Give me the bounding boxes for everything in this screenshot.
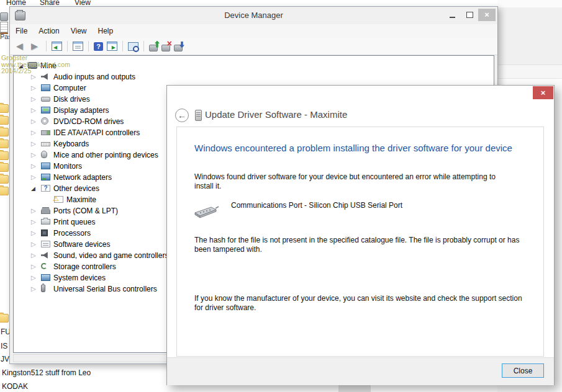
toolbar-console-tree-button[interactable] <box>52 42 62 51</box>
tree-item-label: Storage controllers <box>53 261 116 272</box>
serial-port-connector-icon <box>193 204 220 220</box>
back-button[interactable]: ← <box>175 109 189 122</box>
tree-expander-icon[interactable]: ▷ <box>31 138 36 149</box>
tree-expander-icon[interactable]: ▷ <box>31 239 36 250</box>
folder-label-is[interactable]: IS <box>1 342 7 350</box>
tree-item-label: Mice and other pointing devices <box>53 149 158 161</box>
mouse-icon <box>41 151 47 158</box>
computer-icon <box>41 84 50 91</box>
tree-item-label: Sound, video and game controllers <box>53 250 168 261</box>
dvd-icon <box>41 117 48 125</box>
monitor-icon <box>41 163 50 169</box>
tree-expander-icon[interactable]: ▷ <box>31 261 36 272</box>
toolbar-properties-button[interactable] <box>73 42 83 51</box>
toolbar-action-pane-button[interactable] <box>107 42 117 51</box>
toolbar-back-button[interactable] <box>16 42 27 51</box>
close-dialog-button[interactable]: Close <box>502 363 544 378</box>
tree-expander-icon[interactable]: ▷ <box>31 283 36 295</box>
folder-label-kingston512-stuff-from-leo[interactable]: Kingston512 stuff from Leo <box>2 368 91 377</box>
paste-button[interactable]: Pas <box>0 11 9 38</box>
folder-icon[interactable] <box>0 163 9 172</box>
device-manager-titlebar[interactable]: Device Manager × <box>10 7 497 24</box>
device-name: Communications Port - Silicon Chip USB S… <box>231 201 402 210</box>
toolbar-update-driver-button[interactable] <box>149 45 158 51</box>
tree-expander-icon[interactable]: ▷ <box>31 127 36 138</box>
tree-item-label: DVD/CD-ROM drives <box>53 116 124 127</box>
folder-icon[interactable] <box>0 140 9 148</box>
toolbar-help-button[interactable] <box>94 42 103 51</box>
tree-expander-icon[interactable]: ▷ <box>31 172 36 183</box>
dialog-content-panel: Windows encountered a problem installing… <box>176 127 544 357</box>
tree-item-label: Software devices <box>53 239 110 250</box>
tree-expander-icon[interactable]: ▷ <box>31 228 36 239</box>
tree-expander-icon[interactable]: ▷ <box>31 105 36 116</box>
tree-item-audio-inputs-and-outputs[interactable]: ▷Audio inputs and outputs <box>14 71 494 82</box>
disk-icon <box>41 97 50 102</box>
tree-item-label: Maximite <box>66 194 96 205</box>
driver-icon <box>195 110 202 121</box>
toolbar-separator <box>46 41 47 51</box>
tree-expander-icon[interactable]: ▷ <box>31 205 36 216</box>
close-window-button[interactable]: × <box>478 9 496 21</box>
menu-item-file[interactable]: File <box>10 24 33 38</box>
maximize-button[interactable] <box>461 9 478 21</box>
explorer-panel-band <box>497 7 562 65</box>
toolbar-forward-button[interactable] <box>30 42 41 51</box>
tree-expander-icon[interactable]: ▷ <box>31 94 36 105</box>
print-icon <box>41 219 50 225</box>
tree-item-label: Keyboards <box>53 138 89 149</box>
tree-item-label: Processors <box>53 228 91 239</box>
sound-icon <box>41 252 50 259</box>
tree-item-label: Monitors <box>53 161 82 172</box>
watermark: Grogster www.thebackshed.com 2014/2/25 <box>1 55 70 74</box>
dialog-title: Update Driver Software - Maximite <box>205 109 347 120</box>
processor-icon <box>41 229 48 236</box>
tree-item-label: Print queues <box>53 216 95 228</box>
dialog-close-icon[interactable]: × <box>533 86 553 99</box>
error-description: Windows found driver software for your d… <box>194 172 510 191</box>
error-heading: Windows encountered a problem installing… <box>194 143 512 153</box>
software-icon <box>41 241 50 247</box>
tree-expander-icon[interactable]: ▷ <box>31 149 36 161</box>
folder-label-jv[interactable]: JV <box>1 355 9 363</box>
minimize-button[interactable] <box>443 9 461 21</box>
support-hint: If you know the manufacturer of your dev… <box>194 294 525 313</box>
tree-expander-icon[interactable]: ▷ <box>31 216 36 228</box>
toolbar-scan-changes-button[interactable] <box>174 45 183 51</box>
display-icon <box>41 107 50 114</box>
folder-icon[interactable] <box>0 187 9 195</box>
system-icon <box>41 274 50 281</box>
toolbar-separator <box>88 41 89 51</box>
network-icon <box>41 174 50 180</box>
folder-icon[interactable] <box>0 151 9 160</box>
menu-item-help[interactable]: Help <box>93 24 119 38</box>
tree-item-mine[interactable]: ◢Mine <box>14 60 494 71</box>
storage-icon <box>41 263 47 269</box>
tree-item-label: Disk drives <box>53 94 90 105</box>
folder-icon[interactable] <box>0 104 9 113</box>
tree-expander-icon[interactable]: ◢ <box>31 183 35 194</box>
menu-item-action[interactable]: Action <box>33 24 65 38</box>
tree-expander-icon[interactable]: ▷ <box>31 82 36 94</box>
tree-expander-icon[interactable]: ▷ <box>31 161 36 172</box>
tree-expander-icon[interactable]: ▷ <box>31 116 36 127</box>
folder-icon[interactable] <box>0 116 9 125</box>
toolbar-uninstall-button[interactable] <box>161 45 170 51</box>
document-icon <box>0 22 8 34</box>
toolbar-separator <box>67 41 68 51</box>
folder-icon[interactable] <box>0 314 9 323</box>
error-detail: The hash for the file is not present in … <box>194 236 535 254</box>
folder-icon[interactable] <box>0 128 9 136</box>
keyboard-icon <box>41 142 50 146</box>
audio-icon <box>41 73 50 80</box>
tree-expander-icon[interactable]: ▷ <box>31 272 36 283</box>
tree-item-label: Display adapters <box>53 105 109 116</box>
tree-expander-icon[interactable]: ▷ <box>31 250 36 261</box>
folder-icon[interactable] <box>0 175 9 184</box>
toolbar-scan-hardware-button[interactable] <box>128 42 138 51</box>
dialog-footer: Close <box>167 357 554 385</box>
tree-item-label: IDE ATA/ATAPI controllers <box>53 127 140 138</box>
tree-item-label: Universal Serial Bus controllers <box>53 283 157 295</box>
menu-item-view[interactable]: View <box>65 24 93 38</box>
folder-label-kodak[interactable]: KODAK <box>2 382 28 391</box>
